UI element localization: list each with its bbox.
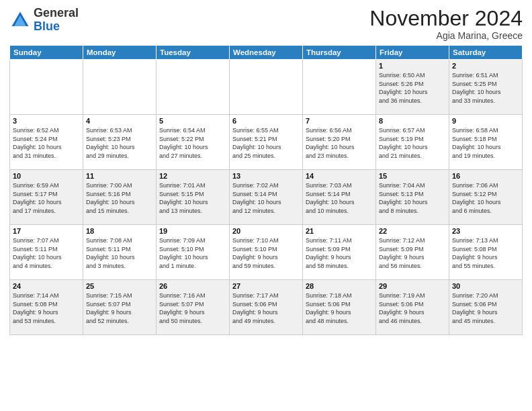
calendar-week-row: 1Sunrise: 6:50 AM Sunset: 5:26 PM Daylig… [10,60,523,115]
table-row [157,60,230,115]
day-number: 3 [13,117,80,125]
day-number: 22 [379,227,446,235]
day-info: Sunrise: 7:18 AM Sunset: 5:06 PM Dayligh… [306,291,373,325]
day-number: 7 [306,117,373,125]
day-number: 1 [379,62,446,70]
day-info: Sunrise: 7:19 AM Sunset: 5:06 PM Dayligh… [379,291,446,325]
day-info: Sunrise: 7:09 AM Sunset: 5:10 PM Dayligh… [159,236,226,270]
header: General Blue November 2024 Agia Marina, … [9,7,523,41]
day-info: Sunrise: 7:17 AM Sunset: 5:06 PM Dayligh… [232,291,300,325]
day-info: Sunrise: 6:55 AM Sunset: 5:21 PM Dayligh… [232,126,300,160]
day-info: Sunrise: 6:57 AM Sunset: 5:19 PM Dayligh… [379,126,446,160]
col-thursday: Thursday [303,46,376,60]
day-number: 26 [159,282,226,290]
col-sunday: Sunday [10,46,83,60]
day-info: Sunrise: 6:50 AM Sunset: 5:26 PM Dayligh… [379,71,446,105]
calendar-table: Sunday Monday Tuesday Wednesday Thursday… [9,45,523,335]
col-monday: Monday [83,46,157,60]
logo-general: General [34,6,79,19]
day-number: 15 [379,172,446,180]
table-row: 13Sunrise: 7:02 AM Sunset: 5:14 PM Dayli… [230,170,303,225]
table-row [303,60,376,115]
day-number: 12 [159,172,226,180]
table-row: 6Sunrise: 6:55 AM Sunset: 5:21 PM Daylig… [230,115,303,170]
table-row: 7Sunrise: 6:56 AM Sunset: 5:20 PM Daylig… [303,115,376,170]
table-row: 19Sunrise: 7:09 AM Sunset: 5:10 PM Dayli… [157,225,230,280]
day-info: Sunrise: 7:15 AM Sunset: 5:07 PM Dayligh… [86,291,153,325]
day-info: Sunrise: 7:01 AM Sunset: 5:15 PM Dayligh… [159,181,226,215]
day-number: 25 [86,282,153,290]
page: General Blue November 2024 Agia Marina, … [0,0,532,411]
day-number: 29 [379,282,446,290]
table-row: 16Sunrise: 7:06 AM Sunset: 5:12 PM Dayli… [449,170,523,225]
month-title: November 2024 [369,7,523,30]
col-saturday: Saturday [449,46,523,60]
day-info: Sunrise: 7:16 AM Sunset: 5:07 PM Dayligh… [159,291,226,325]
table-row: 1Sunrise: 6:50 AM Sunset: 5:26 PM Daylig… [376,60,449,115]
day-number: 27 [232,282,300,290]
day-info: Sunrise: 7:03 AM Sunset: 5:14 PM Dayligh… [306,181,373,215]
calendar-week-row: 17Sunrise: 7:07 AM Sunset: 5:11 PM Dayli… [10,225,523,280]
table-row: 2Sunrise: 6:51 AM Sunset: 5:25 PM Daylig… [449,60,523,115]
table-row [230,60,303,115]
day-number: 21 [306,227,373,235]
table-row [10,60,83,115]
day-info: Sunrise: 7:20 AM Sunset: 5:06 PM Dayligh… [452,291,519,325]
table-row: 5Sunrise: 6:54 AM Sunset: 5:22 PM Daylig… [157,115,230,170]
day-number: 24 [13,282,80,290]
table-row: 4Sunrise: 6:53 AM Sunset: 5:23 PM Daylig… [83,115,157,170]
day-info: Sunrise: 7:12 AM Sunset: 5:09 PM Dayligh… [379,236,446,270]
day-info: Sunrise: 6:59 AM Sunset: 5:17 PM Dayligh… [13,181,80,215]
table-row: 21Sunrise: 7:11 AM Sunset: 5:09 PM Dayli… [303,225,376,280]
day-info: Sunrise: 6:56 AM Sunset: 5:20 PM Dayligh… [306,126,373,160]
table-row: 12Sunrise: 7:01 AM Sunset: 5:15 PM Dayli… [157,170,230,225]
calendar-week-row: 24Sunrise: 7:14 AM Sunset: 5:08 PM Dayli… [10,280,523,335]
day-info: Sunrise: 7:06 AM Sunset: 5:12 PM Dayligh… [452,181,519,215]
day-info: Sunrise: 7:04 AM Sunset: 5:13 PM Dayligh… [379,181,446,215]
day-info: Sunrise: 7:10 AM Sunset: 5:10 PM Dayligh… [232,236,300,270]
day-info: Sunrise: 6:53 AM Sunset: 5:23 PM Dayligh… [86,126,153,160]
table-row: 23Sunrise: 7:13 AM Sunset: 5:08 PM Dayli… [449,225,523,280]
logo: General Blue [9,7,79,34]
calendar-week-row: 10Sunrise: 6:59 AM Sunset: 5:17 PM Dayli… [10,170,523,225]
logo-text: General Blue [34,7,79,34]
table-row: 3Sunrise: 6:52 AM Sunset: 5:24 PM Daylig… [10,115,83,170]
table-row: 24Sunrise: 7:14 AM Sunset: 5:08 PM Dayli… [10,280,83,335]
day-number: 14 [306,172,373,180]
day-number: 30 [452,282,519,290]
table-row: 27Sunrise: 7:17 AM Sunset: 5:06 PM Dayli… [230,280,303,335]
calendar-week-row: 3Sunrise: 6:52 AM Sunset: 5:24 PM Daylig… [10,115,523,170]
table-row: 18Sunrise: 7:08 AM Sunset: 5:11 PM Dayli… [83,225,157,280]
table-row: 22Sunrise: 7:12 AM Sunset: 5:09 PM Dayli… [376,225,449,280]
day-info: Sunrise: 7:13 AM Sunset: 5:08 PM Dayligh… [452,236,519,270]
table-row: 28Sunrise: 7:18 AM Sunset: 5:06 PM Dayli… [303,280,376,335]
day-number: 6 [232,117,300,125]
table-row: 20Sunrise: 7:10 AM Sunset: 5:10 PM Dayli… [230,225,303,280]
day-number: 18 [86,227,153,235]
day-number: 17 [13,227,80,235]
day-info: Sunrise: 7:02 AM Sunset: 5:14 PM Dayligh… [232,181,300,215]
table-row: 11Sunrise: 7:00 AM Sunset: 5:16 PM Dayli… [83,170,157,225]
col-wednesday: Wednesday [230,46,303,60]
day-info: Sunrise: 6:54 AM Sunset: 5:22 PM Dayligh… [159,126,226,160]
table-row: 30Sunrise: 7:20 AM Sunset: 5:06 PM Dayli… [449,280,523,335]
table-row: 29Sunrise: 7:19 AM Sunset: 5:06 PM Dayli… [376,280,449,335]
day-number: 20 [232,227,300,235]
logo-blue: Blue [34,19,60,33]
table-row: 8Sunrise: 6:57 AM Sunset: 5:19 PM Daylig… [376,115,449,170]
day-number: 16 [452,172,519,180]
table-row [83,60,157,115]
table-row: 10Sunrise: 6:59 AM Sunset: 5:17 PM Dayli… [10,170,83,225]
day-number: 10 [13,172,80,180]
day-number: 2 [452,62,519,70]
day-number: 28 [306,282,373,290]
col-tuesday: Tuesday [157,46,230,60]
logo-icon [9,9,31,31]
table-row: 15Sunrise: 7:04 AM Sunset: 5:13 PM Dayli… [376,170,449,225]
day-info: Sunrise: 7:00 AM Sunset: 5:16 PM Dayligh… [86,181,153,215]
day-number: 13 [232,172,300,180]
col-friday: Friday [376,46,449,60]
table-row: 26Sunrise: 7:16 AM Sunset: 5:07 PM Dayli… [157,280,230,335]
location: Agia Marina, Greece [369,30,523,41]
day-info: Sunrise: 6:52 AM Sunset: 5:24 PM Dayligh… [13,126,80,160]
